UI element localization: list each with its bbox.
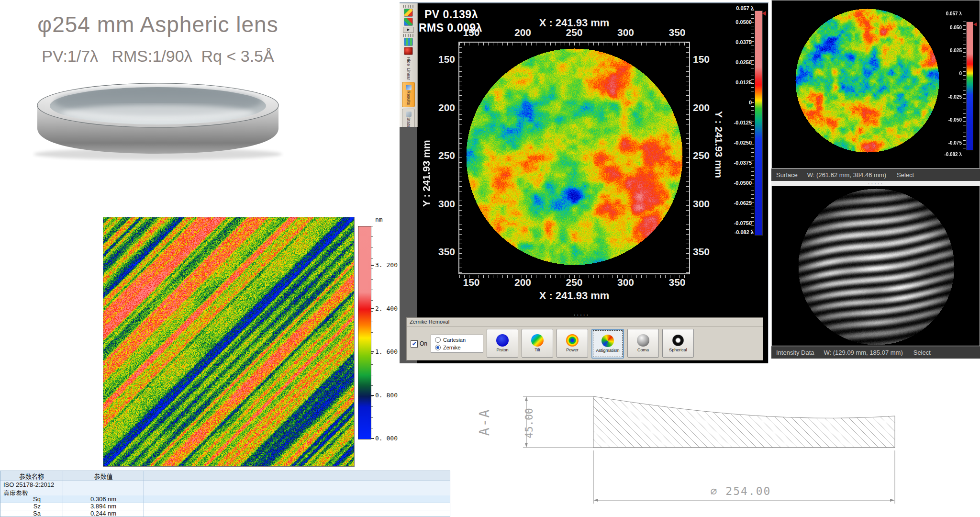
roughness-minor-tick [371, 385, 373, 386]
colorbar-tick-label: 0.0375 [713, 38, 752, 46]
colorbar-tick-label: -0.025 [927, 94, 962, 101]
roughness-minor-tick [371, 236, 373, 237]
roughness-minor-tick [371, 279, 373, 280]
roughness-minor-tick [371, 343, 373, 343]
parameters-table: 参数名称参数值ISO 25178-2:2012高度参数Sq0.306 nmSz3… [0, 471, 450, 517]
x-tick-label: 200 [504, 27, 542, 38]
x-tick-label: 150 [452, 27, 490, 38]
colorbar-pointer-icon[interactable] [762, 11, 766, 16]
toolbar-expand-arrow[interactable]: ▶ [403, 27, 414, 33]
x-tick-label: 300 [607, 27, 645, 38]
x-tick-label: 150 [452, 277, 490, 288]
zernike-term-buttons: PistonTiltPowerAstigmatismComaSpherical [487, 329, 694, 359]
column-header [144, 471, 450, 481]
surface-map-canvas[interactable] [459, 43, 689, 273]
radio-icon [435, 345, 441, 350]
x-tick-label: 350 [658, 27, 696, 38]
surface-view-colorbar [966, 22, 973, 150]
zernike-button-power[interactable]: Power [557, 329, 588, 358]
toolbar-tab-hide[interactable]: Hide [406, 57, 411, 66]
3d-plot-icon[interactable] [404, 47, 413, 55]
param-value-cell: 0.306 nm [63, 495, 144, 503]
param-value-cell: 3.894 nm [63, 503, 144, 510]
roughness-minor-tick [371, 406, 373, 407]
piston-icon [496, 334, 509, 347]
column-header: 参数值 [63, 471, 144, 481]
toolbar-grip[interactable] [403, 5, 414, 8]
roughness-minor-tick [371, 364, 373, 365]
param-name-cell: Sa [0, 510, 63, 517]
height-dimension: 45.00 [523, 408, 535, 438]
zernike-controls-row: ✔ On CartesianZernike PistonTiltPowerAst… [411, 329, 760, 358]
toolbar-tab-stats[interactable]: Stats [402, 109, 415, 130]
colorbar-tick-label: 0.0500 [713, 18, 752, 26]
status-title: Surface [776, 171, 798, 179]
page-subtitle: PV:1/7λ RMS:1/90λ Rq < 3.5Å [19, 47, 297, 66]
panel-splitter[interactable]: ····· [771, 181, 980, 186]
param-name-cell: ISO 25178-2:2012 [0, 481, 63, 489]
button-label: Tilt [535, 348, 540, 352]
colorbar-tick-label: -0.050 [927, 117, 962, 124]
tilt-icon [531, 334, 544, 347]
zernike-button-piston[interactable]: Piston [487, 329, 518, 358]
table-row[interactable]: Sz3.894 nm [0, 503, 450, 510]
roughness-minor-tick [371, 396, 373, 396]
toolbar-grip[interactable] [403, 34, 414, 37]
colorbar-tick-label: 0.0125 [713, 79, 752, 86]
interferometer-panel: ▶ Hide Linear ResultsStats ▶ PV 0.139λ R… [400, 2, 768, 363]
empty-cell [144, 481, 450, 489]
table-row[interactable]: ISO 25178-2:2012 [0, 481, 450, 488]
status-cursor-readout: W: (261.62 mm, 384.46 mm) [807, 171, 886, 179]
radio-label: Zernike [443, 345, 461, 350]
zernike-button-coma[interactable]: Coma [627, 329, 659, 358]
status-select-button[interactable]: Select [897, 171, 914, 179]
on-checkbox[interactable]: ✔ [411, 340, 418, 348]
status-select-button[interactable]: Select [913, 349, 931, 356]
coord-option-cartesian[interactable]: Cartesian [435, 337, 479, 343]
intensity-fringes-canvas[interactable] [797, 187, 956, 346]
colorbar-ticks [963, 22, 966, 149]
splitter-grip[interactable]: ····· [557, 313, 605, 316]
param-name-cell: Sz [0, 503, 63, 510]
surface-map-icon[interactable] [404, 9, 413, 17]
zernike-button-astigmatism[interactable]: Astigmatism [591, 329, 624, 359]
grid-view-icon[interactable] [404, 38, 413, 46]
toolbar-tab-linear[interactable]: Linear [406, 68, 411, 80]
status-title: Intensity Data [776, 349, 814, 356]
param-value-cell [63, 481, 144, 489]
surface-view-canvas[interactable] [794, 7, 940, 154]
table-row[interactable]: 高度参数 [0, 488, 450, 495]
zernike-button-spherical[interactable]: Spherical [662, 329, 694, 358]
zernike-on-toggle[interactable]: ✔ On [411, 340, 427, 348]
status-cursor-readout: W: (129.09 mm, 185.07 mm) [824, 349, 903, 356]
colorbar-pointer-icon[interactable] [973, 22, 977, 26]
colorbar-tick-label: 0.0250 [713, 58, 752, 66]
toolbar-tab-results[interactable]: Results [402, 82, 415, 107]
wavefront-colorbar [755, 11, 763, 236]
roughness-tick-label: 2. 400 [375, 304, 398, 313]
x-tick-label: 300 [607, 277, 645, 288]
y-tick-label: 200 [429, 102, 455, 113]
axis-ticks-right [686, 43, 689, 273]
colorbar-tick-label: -0.0500 [713, 179, 752, 187]
tab-icon [406, 85, 412, 90]
y-tick-label: 350 [429, 247, 455, 257]
roughness-minor-tick [371, 332, 373, 333]
zernike-removal-group: Zernike Removal ✔ On CartesianZernike Pi… [406, 317, 763, 360]
colorbar-tick-label: 0.025 [927, 47, 962, 54]
coord-option-zernike[interactable]: Zernike [435, 345, 479, 350]
roughness-tick-label: 0. 000 [375, 434, 398, 443]
table-row[interactable]: Sa0.244 nm [0, 510, 450, 517]
button-label: Power [566, 348, 579, 352]
colorbar-tick-label: 0.050 [927, 24, 962, 31]
wavefront-map-icon[interactable] [404, 18, 413, 26]
roughness-minor-tick [371, 247, 373, 247]
coma-icon [637, 334, 649, 347]
button-label: Astigmatism [596, 348, 620, 353]
colorbar-tick-label: -0.0250 [713, 139, 752, 146]
roughness-minor-tick [371, 428, 373, 428]
roughness-minor-tick [371, 300, 373, 301]
roughness-map-canvas [103, 217, 355, 467]
table-row[interactable]: Sq0.306 nm [0, 495, 450, 503]
zernike-button-tilt[interactable]: Tilt [522, 329, 553, 358]
